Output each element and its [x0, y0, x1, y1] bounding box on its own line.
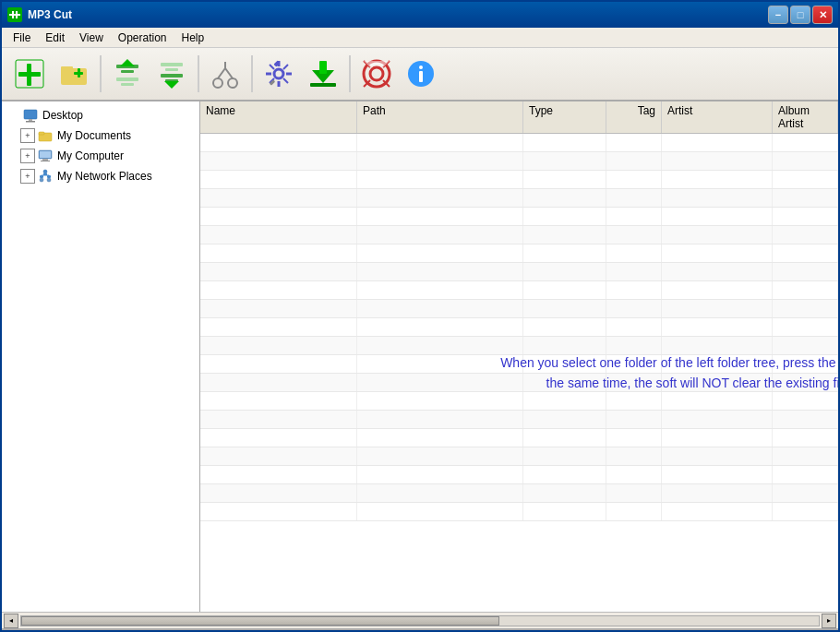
svg-marker-19: [164, 81, 179, 89]
expander-my-network[interactable]: +: [20, 169, 35, 184]
table-row: [200, 189, 838, 208]
table-row: [200, 263, 838, 281]
svg-point-20: [213, 78, 222, 88]
scroll-left-button[interactable]: ◂: [4, 614, 18, 628]
menu-help[interactable]: Help: [174, 30, 212, 46]
col-header-tag[interactable]: Tag: [606, 101, 662, 133]
table-row: [200, 152, 838, 171]
svg-line-32: [283, 78, 288, 83]
main-area: Desktop + My Documents +: [2, 101, 838, 612]
svg-line-23: [225, 68, 233, 78]
settings-button[interactable]: [258, 52, 299, 96]
svg-rect-16: [165, 68, 178, 71]
download-button[interactable]: [303, 52, 343, 96]
svg-rect-12: [116, 78, 138, 81]
file-list-area: Name Path Type Tag Artist Album Artist: [200, 101, 838, 612]
svg-rect-7: [61, 66, 73, 71]
scroll-right-button[interactable]: ▸: [822, 614, 836, 628]
svg-rect-17: [161, 74, 183, 78]
tree-item-my-documents[interactable]: + My Documents: [2, 125, 199, 146]
svg-rect-38: [310, 83, 336, 87]
tree-item-my-computer[interactable]: + My Computer: [2, 146, 199, 166]
help-button[interactable]: [356, 52, 397, 96]
menu-view[interactable]: View: [72, 30, 111, 46]
col-header-type[interactable]: Type: [523, 101, 606, 133]
table-row: [200, 171, 838, 189]
svg-rect-56: [41, 161, 50, 161]
menu-operation[interactable]: Operation: [111, 30, 174, 46]
computer-icon: [37, 148, 54, 164]
col-header-name[interactable]: Name: [200, 101, 357, 133]
close-button[interactable]: ✕: [812, 6, 833, 24]
maximize-button[interactable]: □: [790, 6, 810, 24]
table-row: [200, 208, 838, 226]
svg-rect-11: [121, 70, 134, 73]
svg-rect-15: [161, 63, 183, 66]
window-title: MP3 Cut: [28, 8, 768, 21]
svg-rect-47: [419, 71, 423, 82]
table-row: [200, 429, 838, 447]
svg-point-57: [43, 170, 47, 173]
info-icon: [404, 57, 438, 90]
expander-my-documents[interactable]: +: [20, 128, 35, 143]
scroll-track[interactable]: [20, 615, 820, 626]
toolbar: [2, 48, 838, 101]
app-icon: [7, 7, 22, 22]
expander-my-computer[interactable]: +: [20, 149, 35, 163]
table-row: [200, 281, 838, 300]
svg-point-40: [370, 67, 383, 80]
expander-spacer: [6, 108, 20, 123]
menu-edit[interactable]: Edit: [38, 30, 72, 46]
separator-3: [251, 55, 253, 92]
svg-rect-55: [42, 159, 48, 161]
svg-marker-14: [120, 59, 135, 66]
tree-label-my-computer: My Computer: [57, 149, 124, 162]
svg-rect-9: [78, 68, 80, 78]
tree-item-my-network-places[interactable]: + My Network Places: [2, 166, 199, 186]
table-row: [200, 466, 838, 484]
svg-point-63: [40, 178, 43, 182]
menu-file[interactable]: File: [6, 30, 38, 46]
folder-tree[interactable]: Desktop + My Documents +: [2, 101, 200, 612]
separator-1: [100, 55, 102, 92]
folder-icon-my-documents: [37, 127, 54, 144]
network-icon: [37, 168, 54, 185]
table-row: [200, 484, 838, 503]
svg-rect-2: [16, 11, 18, 18]
move-down-icon: [155, 57, 188, 90]
window-controls: − □ ✕: [768, 6, 833, 24]
move-down-button[interactable]: [151, 52, 192, 96]
table-row: [200, 447, 838, 466]
tree-label-my-documents: My Documents: [57, 129, 131, 142]
scroll-thumb[interactable]: [21, 616, 499, 626]
horizontal-scrollbar[interactable]: ◂ ▸: [2, 612, 838, 628]
svg-rect-54: [40, 151, 51, 158]
desktop-icon: [22, 107, 39, 124]
minimize-button[interactable]: −: [768, 6, 788, 24]
svg-point-64: [47, 178, 51, 182]
add-folder-button[interactable]: [54, 52, 94, 96]
move-up-button[interactable]: [107, 52, 148, 96]
separator-2: [198, 55, 199, 92]
svg-line-33: [283, 65, 288, 69]
add-files-button[interactable]: [9, 52, 50, 96]
svg-rect-50: [26, 121, 35, 123]
table-row: [200, 503, 838, 521]
table-header: Name Path Type Tag Artist Album Artist: [200, 101, 838, 134]
svg-rect-52: [39, 132, 44, 135]
col-header-artist[interactable]: Artist: [662, 101, 773, 133]
help-text-line2: the same time, the soft will NOT clear t…: [546, 375, 838, 389]
table-row: [200, 300, 838, 318]
cut-button[interactable]: [205, 52, 246, 96]
svg-point-46: [419, 66, 423, 69]
tree-item-desktop[interactable]: Desktop: [2, 105, 199, 125]
col-header-album-artist[interactable]: Album Artist: [773, 101, 838, 133]
tree-label-my-network-places: My Network Places: [57, 170, 152, 183]
info-button[interactable]: [401, 52, 441, 96]
svg-rect-1: [12, 11, 14, 18]
tree-label-desktop: Desktop: [42, 109, 83, 122]
move-up-icon: [111, 57, 144, 90]
svg-rect-48: [24, 110, 37, 119]
col-header-path[interactable]: Path: [357, 101, 523, 133]
scissors-icon: [209, 57, 242, 90]
